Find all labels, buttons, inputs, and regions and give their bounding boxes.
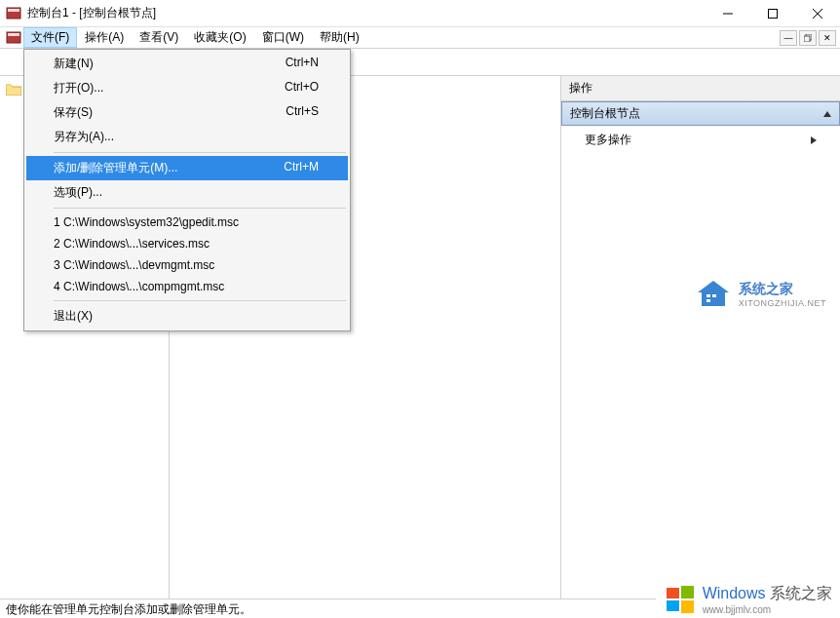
watermark2-brand: Windows xyxy=(703,585,766,601)
mdi-restore-button[interactable] xyxy=(799,30,817,46)
menu-label: 2 C:\Windows\...\services.msc xyxy=(54,237,210,251)
menu-item-add-remove-snapin[interactable]: 添加/删除管理单元(M)... Ctrl+M xyxy=(26,156,348,180)
svg-rect-11 xyxy=(712,294,716,297)
file-menu-dropdown: 新建(N) Ctrl+N 打开(O)... Ctrl+O 保存(S) Ctrl+… xyxy=(23,49,351,331)
menu-label: 3 C:\Windows\...\devmgmt.msc xyxy=(54,258,214,272)
watermark2-text: Windows 系统之家 xyxy=(703,584,832,604)
menu-label: 另存为(A)... xyxy=(54,129,114,145)
menu-item-recent-2[interactable]: 2 C:\Windows\...\services.msc xyxy=(26,233,348,254)
actions-section[interactable]: 控制台根节点 xyxy=(561,101,840,126)
watermark-xitongzhijia: 系统之家 XITONGZHIJIA.NET xyxy=(696,279,826,310)
menu-item-open[interactable]: 打开(O)... Ctrl+O xyxy=(26,76,348,100)
mdi-controls: — ✕ xyxy=(780,30,840,46)
menu-shortcut: Ctrl+M xyxy=(284,160,319,176)
mmc-small-icon xyxy=(6,30,21,46)
menu-item-options[interactable]: 选项(P)... xyxy=(26,180,348,205)
menu-shortcut: Ctrl+S xyxy=(286,104,319,121)
chevron-right-icon xyxy=(811,136,817,144)
menu-shortcut: Ctrl+N xyxy=(286,56,319,72)
actions-header: 操作 xyxy=(561,76,840,101)
menu-item-new[interactable]: 新建(N) Ctrl+N xyxy=(26,52,348,76)
windows-logo-icon xyxy=(664,583,697,616)
menubar: 文件(F) 操作(A) 查看(V) 收藏夹(O) 窗口(W) 帮助(H) — ✕ xyxy=(0,27,840,49)
menu-label: 退出(X) xyxy=(54,308,93,325)
window-title: 控制台1 - [控制台根节点] xyxy=(27,5,706,21)
menu-item-exit[interactable]: 退出(X) xyxy=(26,304,348,328)
menu-item-saveas[interactable]: 另存为(A)... xyxy=(26,125,348,149)
menu-shortcut: Ctrl+O xyxy=(285,80,319,97)
collapse-icon xyxy=(823,111,831,117)
close-button[interactable] xyxy=(795,0,840,27)
mdi-close-button[interactable]: ✕ xyxy=(819,30,836,46)
menu-view[interactable]: 查看(V) xyxy=(132,27,186,48)
svg-rect-15 xyxy=(667,600,679,611)
svg-rect-3 xyxy=(769,9,778,18)
svg-rect-13 xyxy=(667,588,679,599)
folder-icon xyxy=(6,83,21,96)
svg-rect-10 xyxy=(706,294,710,297)
svg-rect-9 xyxy=(804,36,810,42)
menu-favorites[interactable]: 收藏夹(O) xyxy=(186,27,253,48)
watermark-sub: XITONGZHIJIA.NET xyxy=(739,298,826,308)
menu-label: 1 C:\Windows\system32\gpedit.msc xyxy=(54,215,239,229)
menu-window[interactable]: 窗口(W) xyxy=(254,27,312,48)
menu-label: 选项(P)... xyxy=(54,184,102,201)
actions-more[interactable]: 更多操作 xyxy=(561,126,840,154)
menu-item-save[interactable]: 保存(S) Ctrl+S xyxy=(26,100,348,125)
watermark-bjjmlv: Windows 系统之家 www.bjjmlv.com xyxy=(656,583,840,618)
menu-label: 保存(S) xyxy=(54,104,93,121)
actions-pane: 操作 控制台根节点 更多操作 xyxy=(561,76,840,599)
titlebar: 控制台1 - [控制台根节点] xyxy=(0,0,840,27)
watermark-title: 系统之家 xyxy=(739,281,826,298)
menu-item-recent-3[interactable]: 3 C:\Windows\...\devmgmt.msc xyxy=(26,254,348,276)
svg-rect-7 xyxy=(8,33,19,36)
svg-rect-1 xyxy=(8,9,19,12)
menu-action[interactable]: 操作(A) xyxy=(77,27,132,48)
menu-label: 添加/删除管理单元(M)... xyxy=(54,160,177,176)
menu-label: 新建(N) xyxy=(54,56,94,72)
mdi-minimize-button[interactable]: — xyxy=(780,30,797,46)
menu-help[interactable]: 帮助(H) xyxy=(312,27,367,48)
status-text: 使你能在管理单元控制台添加或删除管理单元。 xyxy=(6,602,251,616)
menu-item-recent-4[interactable]: 4 C:\Windows\...\compmgmt.msc xyxy=(26,276,348,297)
actions-section-label: 控制台根节点 xyxy=(570,105,640,122)
svg-rect-16 xyxy=(681,600,694,613)
watermark2-suffix: 系统之家 xyxy=(770,585,832,601)
menu-label: 打开(O)... xyxy=(54,80,103,97)
menu-item-recent-1[interactable]: 1 C:\Windows\system32\gpedit.msc xyxy=(26,212,348,233)
house-icon xyxy=(696,279,731,310)
watermark2-sub: www.bjjmlv.com xyxy=(703,604,832,615)
menu-separator xyxy=(54,300,346,301)
svg-rect-14 xyxy=(681,586,694,599)
menu-separator xyxy=(54,152,346,153)
actions-more-label: 更多操作 xyxy=(585,132,631,148)
menu-file[interactable]: 文件(F) xyxy=(23,27,77,48)
maximize-button[interactable] xyxy=(750,0,795,27)
mmc-icon xyxy=(6,6,21,21)
menu-label: 4 C:\Windows\...\compmgmt.msc xyxy=(54,280,224,293)
minimize-button[interactable] xyxy=(706,0,750,27)
menu-separator xyxy=(54,208,346,209)
window-controls xyxy=(706,0,840,27)
svg-rect-12 xyxy=(706,299,710,302)
